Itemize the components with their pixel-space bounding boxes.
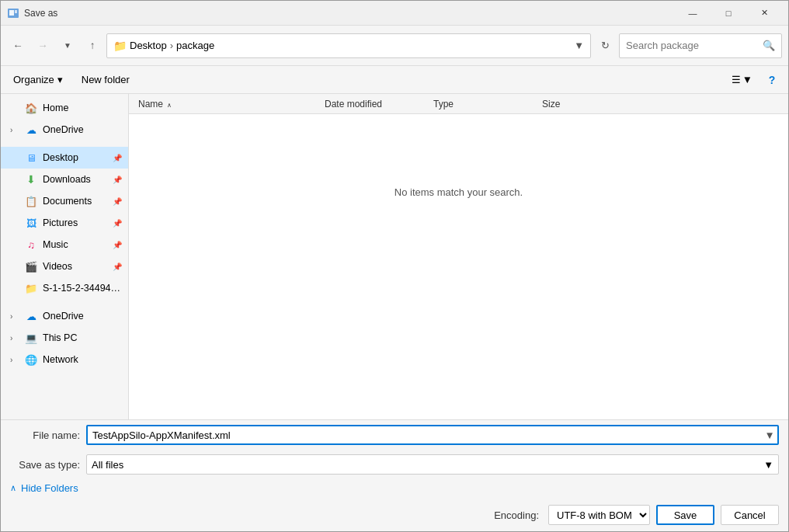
view-button[interactable]: ☰ ▼: [728, 70, 756, 90]
hide-folders-bar[interactable]: ∧ Hide Folders: [1, 479, 788, 499]
search-box[interactable]: 🔍: [619, 33, 782, 58]
encoding-label: Encoding:: [494, 509, 539, 521]
pin-icon: 📌: [113, 241, 122, 249]
desktop-icon: 🖥: [24, 151, 38, 165]
address-dropdown-arrow[interactable]: ▼: [574, 40, 584, 51]
sidebar-item-music[interactable]: ♫ Music 📌: [1, 234, 128, 256]
help-button[interactable]: ?: [762, 70, 782, 90]
filename-label: File name:: [10, 429, 80, 441]
sidebar-label-onedrive-bottom: OneDrive: [43, 311, 122, 322]
sidebar-item-pictures[interactable]: 🖼 Pictures 📌: [1, 212, 128, 234]
folder-icon: 📁: [113, 40, 127, 52]
onedrive-icon-2: ☁: [24, 309, 38, 323]
search-input[interactable]: [626, 40, 763, 51]
save-button[interactable]: Save: [656, 505, 714, 525]
right-panel: Name ∧ Date modified Type Size No items …: [129, 94, 788, 419]
cancel-button[interactable]: Cancel: [721, 505, 779, 525]
expand-arrow: ›: [10, 312, 19, 321]
separator: [1, 141, 128, 147]
organize-arrow: ▾: [57, 74, 63, 85]
organize-toolbar: Organize ▾ New folder ☰ ▼ ?: [1, 66, 788, 94]
sidebar-label-pictures: Pictures: [43, 217, 108, 228]
sidebar-item-home[interactable]: 🏠 Home: [1, 97, 128, 119]
sidebar-label-home: Home: [43, 103, 122, 113]
videos-icon: 🎬: [24, 259, 38, 273]
forward-button[interactable]: →: [32, 35, 54, 57]
onedrive-icon: ☁: [24, 123, 38, 137]
sidebar-item-onedrive-top[interactable]: › ☁ OneDrive: [1, 119, 128, 141]
breadcrumb-package: package: [176, 40, 214, 51]
pin-icon: 📌: [113, 197, 122, 206]
hide-folders-label: Hide Folders: [21, 482, 78, 494]
filename-row: File name: ▼: [1, 420, 788, 450]
column-size[interactable]: Size: [539, 99, 601, 110]
organize-button[interactable]: Organize ▾: [7, 70, 69, 90]
sidebar-label-network: Network: [43, 354, 122, 365]
thispc-icon: 💻: [24, 331, 38, 345]
sidebar-item-thispc[interactable]: › 💻 This PC: [1, 327, 128, 349]
sidebar-item-videos[interactable]: 🎬 Videos 📌: [1, 256, 128, 277]
address-bar[interactable]: 📁 Desktop › package ▼: [106, 33, 591, 58]
sidebar-item-onedrive-bottom[interactable]: › ☁ OneDrive: [1, 305, 128, 327]
back-button[interactable]: ←: [7, 35, 29, 57]
file-list-header: Name ∧ Date modified Type Size: [129, 94, 788, 114]
sidebar-label-thispc: This PC: [43, 332, 122, 343]
pin-icon: 📌: [113, 219, 122, 228]
encoding-select[interactable]: UTF-8 with BOM: [548, 505, 650, 525]
pictures-icon: 🖼: [24, 216, 38, 230]
pin-icon: 📌: [113, 176, 122, 184]
app-icon: [7, 7, 19, 19]
sidebar-label-videos: Videos: [43, 261, 108, 272]
filetype-dropdown-arrow: ▼: [763, 459, 773, 471]
address-toolbar: ← → ▼ ↑ 📁 Desktop › package ▼ ↻ 🔍: [1, 26, 788, 66]
filetype-select[interactable]: All files ▼: [86, 454, 779, 475]
maximize-button[interactable]: □: [711, 1, 746, 26]
pin-icon: 📌: [113, 263, 122, 271]
empty-message: No items match your search.: [129, 114, 788, 269]
downloads-icon: ⬇: [24, 172, 38, 186]
filename-dropdown-button[interactable]: ▼: [760, 425, 779, 445]
column-name[interactable]: Name ∧: [135, 99, 322, 110]
expand-arrow: ›: [10, 126, 19, 134]
network-icon: 🌐: [24, 353, 38, 367]
folder-icon: 📁: [24, 281, 38, 295]
sidebar-item-desktop[interactable]: 🖥 Desktop 📌: [1, 147, 128, 169]
filetype-row: Save as type: All files ▼: [1, 450, 788, 479]
home-icon: 🏠: [24, 101, 38, 115]
sidebar-item-folder[interactable]: 📁 S-1-15-2-34494483...: [1, 277, 128, 299]
sidebar-label-downloads: Downloads: [43, 174, 108, 185]
organize-label: Organize: [13, 74, 54, 85]
sort-arrow: ∧: [167, 102, 172, 109]
sidebar-item-documents[interactable]: 📋 Documents 📌: [1, 190, 128, 212]
column-date-modified[interactable]: Date modified: [322, 99, 430, 110]
sidebar-label-folder: S-1-15-2-34494483...: [43, 283, 122, 294]
expand-arrow: ›: [10, 334, 19, 342]
dropdown-button[interactable]: ▼: [57, 35, 78, 57]
up-button[interactable]: ↑: [82, 35, 103, 57]
view-arrow: ▼: [742, 74, 753, 85]
titlebar: Save as — □ ✕: [1, 1, 788, 26]
minimize-button[interactable]: —: [675, 1, 711, 26]
sidebar-label-music: Music: [43, 239, 108, 250]
new-folder-button[interactable]: New folder: [75, 70, 136, 90]
filetype-label: Save as type:: [10, 459, 80, 471]
view-icon: ☰: [732, 74, 741, 85]
hide-folders-arrow: ∧: [10, 483, 16, 493]
sidebar-label-desktop: Desktop: [43, 152, 108, 163]
sidebar-item-network[interactable]: › 🌐 Network: [1, 349, 128, 370]
close-button[interactable]: ✕: [746, 1, 782, 26]
sidebar-label-onedrive-top: OneDrive: [43, 124, 122, 135]
column-type[interactable]: Type: [430, 99, 539, 110]
music-icon: ♫: [24, 238, 38, 252]
refresh-button[interactable]: ↻: [594, 33, 616, 58]
window-title: Save as: [24, 8, 675, 19]
expand-arrow: ›: [10, 356, 19, 364]
file-list: Name ∧ Date modified Type Size No items …: [129, 94, 788, 419]
separator: [1, 299, 128, 305]
sidebar-label-documents: Documents: [43, 196, 108, 207]
filename-input[interactable]: [86, 425, 779, 445]
bottom-section: File name: ▼ Save as type: All files ▼ ∧…: [1, 419, 788, 531]
sidebar-item-downloads[interactable]: ⬇ Downloads 📌: [1, 169, 128, 190]
pin-icon: 📌: [113, 154, 122, 162]
content-area: 🏠 Home › ☁ OneDrive 🖥 Desktop 📌 ⬇ Downlo…: [1, 94, 788, 419]
